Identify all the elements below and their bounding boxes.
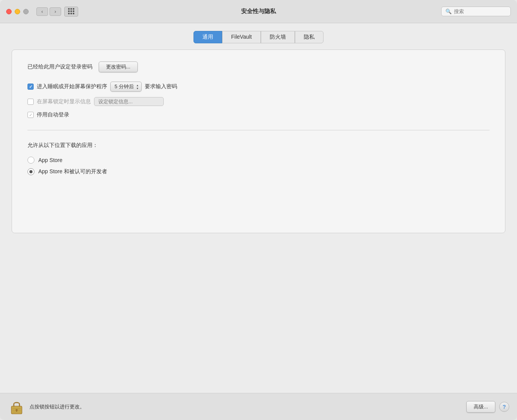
appstore-radio[interactable] bbox=[27, 157, 34, 164]
appstore-dev-radio[interactable] bbox=[27, 168, 34, 175]
settings-panel: 已经给此用户设定登录密码 更改密码... 进入睡眠或开始屏幕保护程序 5 分钟后… bbox=[12, 50, 505, 233]
appstore-label: App Store bbox=[38, 157, 62, 163]
tab-firewall[interactable]: 防火墙 bbox=[261, 31, 295, 43]
tab-privacy[interactable]: 隐私 bbox=[295, 31, 324, 43]
sleep-duration-dropdown[interactable]: 5 分钟后 bbox=[110, 82, 142, 92]
lock-screen-checkbox[interactable] bbox=[27, 99, 34, 105]
minimize-button[interactable] bbox=[15, 9, 20, 14]
lock-info-input[interactable] bbox=[94, 97, 164, 106]
lock-icon bbox=[10, 399, 24, 415]
advanced-button[interactable]: 高级... bbox=[466, 401, 495, 413]
lock-button[interactable] bbox=[8, 398, 26, 416]
auto-login-label: 停用自动登录 bbox=[37, 111, 69, 118]
main-window: ‹ › 安全性与隐私 🔍 通用 FileVault 防火墙 隐私 bbox=[0, 0, 517, 420]
traffic-lights bbox=[6, 9, 29, 14]
change-password-button[interactable]: 更改密码... bbox=[99, 61, 138, 72]
download-section: 允许从以下位置下载的应用： App Store App Store 和被认可的开… bbox=[27, 142, 490, 175]
sleep-row: 进入睡眠或开始屏幕保护程序 5 分钟后 要求输入密码 bbox=[27, 82, 490, 92]
section-divider bbox=[27, 130, 490, 130]
dropdown-arrow-icon bbox=[136, 84, 139, 90]
grid-view-button[interactable] bbox=[64, 7, 78, 17]
tab-filevault[interactable]: FileVault bbox=[222, 31, 260, 43]
grid-icon bbox=[68, 8, 75, 15]
window-title: 安全性与隐私 bbox=[241, 8, 276, 15]
spacer bbox=[0, 233, 517, 393]
auto-login-row: 停用自动登录 bbox=[27, 111, 490, 118]
content-area: 通用 FileVault 防火墙 隐私 已经给此用户设定登录密码 更改密码...… bbox=[0, 23, 517, 393]
forward-button[interactable]: › bbox=[50, 7, 61, 16]
sleep-label: 进入睡眠或开始屏幕保护程序 bbox=[37, 83, 107, 90]
titlebar: ‹ › 安全性与隐私 🔍 bbox=[0, 0, 517, 23]
password-label: 已经给此用户设定登录密码 bbox=[27, 63, 92, 70]
tab-bar: 通用 FileVault 防火墙 隐私 bbox=[0, 31, 517, 43]
require-password-label: 要求输入密码 bbox=[145, 83, 177, 90]
zoom-button[interactable] bbox=[23, 9, 29, 14]
auto-login-checkbox[interactable] bbox=[27, 112, 34, 118]
bottom-right-buttons: 高级... ? bbox=[466, 401, 509, 413]
back-button[interactable]: ‹ bbox=[36, 7, 48, 16]
appstore-radio-row: App Store bbox=[27, 157, 490, 164]
download-title: 允许从以下位置下载的应用： bbox=[27, 142, 490, 149]
help-button[interactable]: ? bbox=[499, 402, 509, 412]
nav-buttons: ‹ › bbox=[36, 7, 61, 16]
sleep-checkbox[interactable] bbox=[27, 84, 34, 90]
close-button[interactable] bbox=[6, 9, 12, 14]
lock-status-text: 点按锁按钮以进行更改。 bbox=[29, 403, 85, 410]
appstore-dev-label: App Store 和被认可的开发者 bbox=[38, 168, 107, 175]
lock-screen-label: 在屏幕锁定时显示信息 bbox=[37, 98, 91, 105]
search-icon: 🔍 bbox=[445, 9, 452, 14]
bottom-bar: 点按锁按钮以进行更改。 高级... ? bbox=[0, 393, 517, 420]
lock-screen-row: 在屏幕锁定时显示信息 bbox=[27, 97, 490, 106]
search-input[interactable] bbox=[454, 9, 507, 14]
tab-general[interactable]: 通用 bbox=[193, 31, 222, 43]
sleep-duration-value: 5 分钟后 bbox=[115, 83, 134, 90]
search-box[interactable]: 🔍 bbox=[441, 7, 511, 16]
appstore-dev-radio-row: App Store 和被认可的开发者 bbox=[27, 168, 490, 175]
checkbox-section: 进入睡眠或开始屏幕保护程序 5 分钟后 要求输入密码 在屏幕锁定时显示信息 bbox=[27, 82, 490, 118]
password-row: 已经给此用户设定登录密码 更改密码... bbox=[27, 61, 490, 72]
